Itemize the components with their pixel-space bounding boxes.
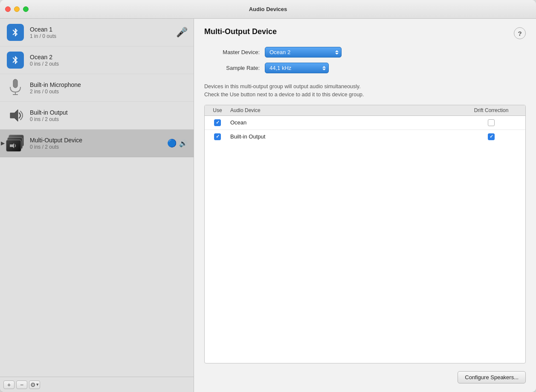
sidebar-item-ocean1[interactable]: Ocean 1 1 in / 0 outs 🎤 (0, 19, 194, 46)
description-text: Devices in this multi-output group will … (204, 83, 526, 99)
table-row-builtin-output: ✓ Built-in Output ✓ (205, 130, 525, 144)
device-io-ocean2: 0 ins / 2 outs (30, 61, 188, 67)
check-mark-icon-2: ✓ (216, 134, 220, 139)
sidebar-item-builtin-output[interactable]: Built-in Output 0 ins / 2 outs (0, 102, 194, 130)
sample-rate-select[interactable]: 44,1 kHz (265, 63, 321, 73)
device-badge-ocean1: 🎤 (176, 27, 188, 38)
speaker-icon (7, 107, 24, 124)
sample-rate-select-wrapper[interactable]: 44,1 kHz (265, 63, 329, 73)
td-drift-ocean (457, 119, 525, 126)
detail-header: Multi-Output Device ? (204, 27, 526, 39)
device-info-builtin-output: Built-in Output 0 ins / 2 outs (30, 109, 188, 122)
volume-icon: 🔊 (179, 139, 188, 147)
td-device-ocean: Ocean (230, 119, 457, 126)
bluetooth-icon (7, 24, 24, 41)
device-name-ocean2: Ocean 2 (30, 54, 188, 61)
table-row-ocean: ✓ Ocean (205, 116, 525, 130)
drift-checkbox-builtin-output[interactable]: ✓ (488, 133, 495, 140)
use-checkbox-builtin-output[interactable]: ✓ (214, 133, 221, 140)
microphone-icon: 🎤 (176, 27, 188, 38)
gear-menu-button[interactable]: ⚙ ▾ (29, 380, 40, 389)
maximize-button[interactable] (23, 6, 29, 12)
device-name-multi-output: Multi-Output Device (30, 137, 167, 144)
sample-rate-row: Sample Rate: 44,1 kHz (204, 63, 526, 73)
main-content: Ocean 1 1 in / 0 outs 🎤 (0, 19, 536, 392)
dropdown-arrow-icon: ▾ (36, 382, 39, 387)
td-drift-builtin-output: ✓ (457, 133, 525, 140)
svg-rect-0 (13, 79, 17, 88)
device-badge-multi-output: 🔵 🔊 (167, 138, 188, 148)
device-io-multi-output: 0 ins / 2 outs (30, 144, 167, 150)
sidebar-item-ocean2[interactable]: Ocean 2 0 ins / 2 outs (0, 46, 194, 74)
device-info-ocean2: Ocean 2 0 ins / 2 outs (30, 54, 188, 67)
minimize-button[interactable] (14, 6, 20, 12)
device-name-ocean1: Ocean 1 (30, 26, 176, 33)
main-window: Audio Devices Ocean 1 1 in (0, 0, 536, 392)
device-info-multi-output: Multi-Output Device 0 ins / 2 outs (30, 137, 167, 150)
master-device-row: Master Device: Ocean 2 (204, 47, 526, 58)
sidebar: Ocean 1 1 in / 0 outs 🎤 (0, 19, 194, 392)
master-device-select[interactable]: Ocean 2 (265, 47, 333, 57)
close-button[interactable] (5, 6, 11, 12)
multi-stack-icon (6, 134, 25, 153)
check-mark-icon: ✓ (216, 120, 220, 125)
td-use-ocean: ✓ (205, 119, 230, 126)
use-checkbox-ocean[interactable]: ✓ (214, 119, 221, 126)
master-device-label: Master Device: (204, 49, 260, 55)
finder-icon: 🔵 (167, 138, 177, 148)
window-title: Audio Devices (249, 6, 287, 12)
play-arrow-icon: ▶ (1, 140, 5, 146)
device-icon-builtin-output (6, 106, 25, 125)
device-name-builtin-mic: Built-in Microphone (30, 81, 188, 88)
col-header-use: Use (205, 107, 230, 113)
master-device-arrows (335, 50, 339, 55)
master-device-select-wrapper[interactable]: Ocean 2 (265, 47, 342, 58)
col-header-drift: Drift Correction (457, 107, 525, 113)
bottom-toolbar: Configure Speakers... (204, 369, 526, 383)
svg-marker-4 (10, 143, 14, 148)
device-name-builtin-output: Built-in Output (30, 109, 188, 116)
col-header-device: Audio Device (230, 107, 457, 113)
detail-title: Multi-Output Device (204, 27, 277, 36)
sidebar-item-multi-output[interactable]: ▶ (0, 130, 194, 157)
sample-rate-label: Sample Rate: (204, 65, 260, 71)
mic-icon (7, 79, 24, 96)
remove-device-button[interactable]: − (16, 380, 27, 389)
device-info-builtin-mic: Built-in Microphone 2 ins / 0 outs (30, 81, 188, 95)
add-device-button[interactable]: + (3, 380, 14, 389)
check-mark-icon-3: ✓ (490, 134, 493, 139)
sidebar-item-builtin-mic[interactable]: Built-in Microphone 2 ins / 0 outs (0, 74, 194, 102)
device-icon-ocean1 (6, 23, 25, 42)
device-list: Ocean 1 1 in / 0 outs 🎤 (0, 19, 194, 377)
td-device-builtin-output: Built-in Output (230, 133, 457, 140)
gear-icon: ⚙ (30, 381, 36, 388)
device-icon-builtin-mic (6, 78, 25, 97)
device-io-ocean1: 1 in / 0 outs (30, 33, 176, 39)
device-info-ocean1: Ocean 1 1 in / 0 outs (30, 26, 176, 39)
device-icon-multi-output (6, 134, 25, 153)
bluetooth-icon-2 (7, 52, 24, 69)
configure-speakers-button[interactable]: Configure Speakers... (458, 371, 526, 383)
sample-rate-arrows (322, 66, 326, 70)
detail-panel: Multi-Output Device ? Master Device: Oce… (194, 19, 536, 392)
device-table: Use Audio Device Drift Correction ✓ Ocea… (204, 105, 526, 364)
sidebar-toolbar: + − ⚙ ▾ (0, 377, 194, 392)
device-io-builtin-output: 0 ins / 2 outs (30, 116, 188, 122)
titlebar: Audio Devices (0, 0, 536, 19)
traffic-lights (5, 6, 29, 12)
drift-checkbox-ocean[interactable] (488, 119, 495, 126)
svg-marker-3 (10, 110, 18, 121)
table-header: Use Audio Device Drift Correction (205, 105, 525, 116)
device-icon-ocean2 (6, 51, 25, 69)
device-io-builtin-mic: 2 ins / 0 outs (30, 89, 188, 95)
td-use-builtin-output: ✓ (205, 133, 230, 140)
help-button[interactable]: ? (514, 27, 526, 39)
